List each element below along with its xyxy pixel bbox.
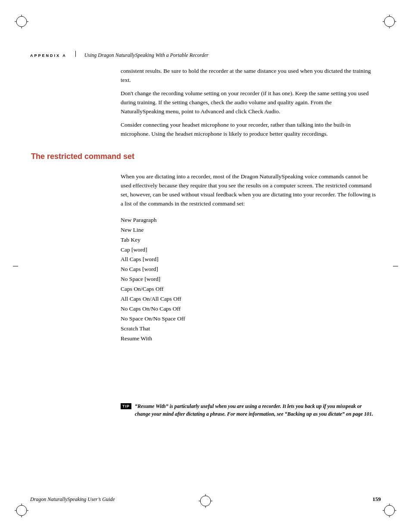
command-item: New Paragraph <box>121 215 377 225</box>
header-divider <box>75 51 76 57</box>
corner-mark-tl <box>13 13 30 30</box>
svg-point-0 <box>16 16 27 27</box>
command-item: New Line <box>121 225 377 235</box>
corner-mark-tr <box>381 13 398 30</box>
page: APPENDIX A Using Dragon NaturallySpeakin… <box>0 0 411 532</box>
corner-mark-br <box>381 502 398 519</box>
tip-box: TIP “Resume With” is particularly useful… <box>121 402 377 418</box>
command-item: No Caps [word] <box>121 264 377 274</box>
tip-content: TIP “Resume With” is particularly useful… <box>121 402 377 418</box>
bottom-center-mark <box>197 492 214 511</box>
footer-page-number: 159 <box>373 496 381 503</box>
command-item: Tab Key <box>121 235 377 245</box>
side-mark-left <box>13 266 18 266</box>
intro-content: consistent results. Be sure to hold the … <box>121 67 377 143</box>
command-item: No Space [word] <box>121 274 377 284</box>
side-mark-right <box>393 266 398 266</box>
command-item: Resume With <box>121 334 377 344</box>
corner-mark-bl <box>13 502 30 519</box>
main-paragraph: When you are dictating into a recorder, … <box>121 172 377 208</box>
command-list: New ParagraphNew LineTab KeyCap [word]Al… <box>121 215 377 344</box>
command-item: All Caps On/All Caps Off <box>121 294 377 304</box>
command-item: All Caps [word] <box>121 255 377 264</box>
intro-para-1: consistent results. Be sure to hold the … <box>121 67 377 85</box>
tip-badge: TIP <box>121 403 131 409</box>
svg-point-20 <box>200 496 211 506</box>
main-content: When you are dictating into a recorder, … <box>121 172 377 344</box>
command-item: Cap [word] <box>121 245 377 255</box>
command-item: Caps On/Caps Off <box>121 284 377 294</box>
footer-title: Dragon NaturallySpeaking User’s Guide <box>30 496 115 503</box>
command-item: Scratch That <box>121 324 377 334</box>
page-header: APPENDIX A Using Dragon NaturallySpeakin… <box>30 51 381 59</box>
appendix-label: APPENDIX A <box>30 53 67 58</box>
tip-text: “Resume With” is particularly useful whe… <box>135 402 377 418</box>
header-title: Using Dragon NaturallySpeaking With a Po… <box>84 52 209 59</box>
svg-point-15 <box>384 505 395 516</box>
intro-para-2: Don't change the recording volume settin… <box>121 89 377 116</box>
intro-para-3: Consider connecting your headset microph… <box>121 121 377 139</box>
command-item: No Space On/No Space Off <box>121 314 377 324</box>
svg-point-5 <box>384 16 395 27</box>
command-item: No Caps On/No Caps Off <box>121 304 377 314</box>
section-heading: The restricted command set <box>31 152 134 161</box>
svg-point-10 <box>16 505 27 516</box>
